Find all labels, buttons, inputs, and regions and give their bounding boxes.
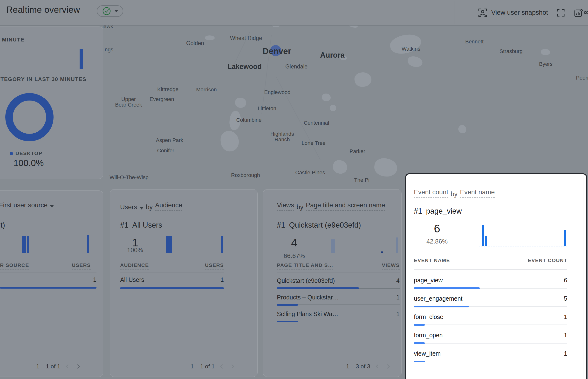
metric-selector-label[interactable]: Event count <box>414 189 448 198</box>
chevron-right-icon[interactable] <box>75 363 81 370</box>
row-value: 1 <box>396 311 400 317</box>
chevron-down-icon <box>114 10 118 12</box>
spark-bar <box>331 239 333 253</box>
row-value: 1 <box>564 332 567 339</box>
legend-label: DESKTOP <box>16 150 42 156</box>
row-name: Quickstart (e9e03efd) <box>277 277 335 284</box>
row-bar-track <box>414 343 567 344</box>
top-rank-line: #1 page_view <box>414 207 462 216</box>
device-donut-chart <box>5 93 54 141</box>
row-name: user_engagement <box>414 295 462 302</box>
row-bar <box>0 287 96 289</box>
row-name: form_open <box>414 332 443 339</box>
customize-report-icon[interactable] <box>573 8 584 18</box>
map-terrain-patch <box>388 31 423 56</box>
row-name: page_view <box>414 277 443 284</box>
column-header-value[interactable]: USERS <box>72 262 91 270</box>
table-divider <box>414 269 567 269</box>
map-city-label: Bennett <box>465 39 484 44</box>
fullscreen-icon[interactable] <box>556 8 565 17</box>
map-city-label: Littleton <box>258 106 276 111</box>
row-bar <box>414 342 567 344</box>
legend-dot <box>10 152 13 155</box>
spark-bar <box>87 235 89 253</box>
map-city-label: Evergreen <box>150 96 174 102</box>
chevron-down-icon[interactable] <box>140 207 143 209</box>
map-city-label: Castle Pines <box>295 170 325 175</box>
metric-selector-label[interactable]: Users <box>120 204 137 211</box>
row-bar-track <box>414 325 567 325</box>
header-divider <box>454 1 454 24</box>
metric-selector-label[interactable]: Views <box>277 202 294 211</box>
map-city-label: Centennial <box>304 120 329 126</box>
column-header-name[interactable]: AUDIENCE <box>120 262 149 270</box>
row-bar <box>277 321 400 322</box>
dimension-selector-label[interactable]: Audience <box>155 202 182 211</box>
chevron-left-icon[interactable] <box>374 363 381 370</box>
spark-bar <box>333 239 335 253</box>
page-title: Realtime overview <box>6 5 80 15</box>
spark-bar <box>170 236 172 253</box>
table-divider <box>277 272 400 272</box>
row-bar <box>120 287 224 289</box>
share-icon[interactable] <box>584 8 588 17</box>
table-divider <box>0 272 96 272</box>
realtime-status-pill[interactable] <box>97 5 123 17</box>
map-city-label: Parker <box>350 148 366 154</box>
card-title-event-count: Event count by Event name <box>414 189 495 198</box>
map-city-label: Aspen Park <box>156 137 183 143</box>
spark-bar <box>221 236 223 253</box>
top-rank-line: #1 All Users <box>120 221 162 230</box>
map-terrain-patch <box>205 35 215 40</box>
chevron-right-icon[interactable] <box>229 363 236 370</box>
metric-percentage: 100% <box>122 246 148 254</box>
title-by: by <box>451 190 458 198</box>
chevron-left-icon[interactable] <box>64 363 71 370</box>
rank-name: page_view <box>426 207 462 216</box>
chevron-left-icon[interactable] <box>219 363 225 370</box>
check-circle-icon <box>102 6 111 16</box>
column-header-name[interactable]: EVENT NAME <box>414 257 450 265</box>
column-header-value[interactable]: USERS <box>205 262 224 270</box>
row-value: 1 <box>396 294 400 301</box>
spark-bar <box>27 236 29 253</box>
metric-big-value: 4 <box>280 236 309 249</box>
row-bar-fill <box>414 342 425 344</box>
row-value: 1 <box>564 350 567 357</box>
spark-bar <box>485 236 487 246</box>
dimension-selector-label[interactable]: Page title and screen name <box>306 202 385 211</box>
column-header-name[interactable]: PAGE TITLE AND S… <box>277 262 333 270</box>
map-terrain-patch <box>457 124 468 135</box>
view-user-snapshot-button[interactable]: View user snapshot <box>478 8 548 18</box>
row-bar-fill <box>120 287 224 289</box>
dimension-selector-label[interactable]: Event name <box>460 189 495 198</box>
map-city-label: Strasburg <box>499 48 522 54</box>
pagination-audience: 1 – 1 of 1 <box>191 363 236 370</box>
title-by: by <box>146 204 153 211</box>
scrollbar-track[interactable] <box>583 175 583 378</box>
column-header-value[interactable]: EVENT COUNT <box>528 257 567 265</box>
row-value: 6 <box>564 277 567 284</box>
row-bar <box>277 287 400 289</box>
user-snapshot-icon <box>478 8 487 18</box>
map-city-label: Glendale <box>285 64 307 69</box>
row-name: form_close <box>414 314 443 320</box>
dimension-selector-label[interactable]: First user source <box>0 202 48 209</box>
card-title-first-user-source[interactable]: First user source <box>0 202 54 209</box>
table-row: Products – Quickstar…1 <box>277 294 400 311</box>
map-city-label: Columbine <box>236 117 261 123</box>
map-city-label: Highlands Ranch <box>270 131 294 142</box>
map-terrain-patch <box>354 71 372 88</box>
column-header-value[interactable]: VIEWS <box>382 262 400 270</box>
rank-name: Quickstart (e9e03efd) <box>289 221 361 230</box>
column-header-name[interactable]: R SOURCE <box>0 262 29 270</box>
spark-bar <box>168 236 170 253</box>
chevron-right-icon[interactable] <box>385 363 391 370</box>
map-city-label: Roxborough <box>231 172 260 178</box>
map-city-label: Byers <box>539 61 553 67</box>
row-bar <box>277 304 400 306</box>
row-value: 4 <box>396 277 400 284</box>
table-row: form_close1 <box>414 314 567 332</box>
row-bar-fill <box>277 287 359 289</box>
pagination-views: 1 – 3 of 3 <box>346 363 391 370</box>
